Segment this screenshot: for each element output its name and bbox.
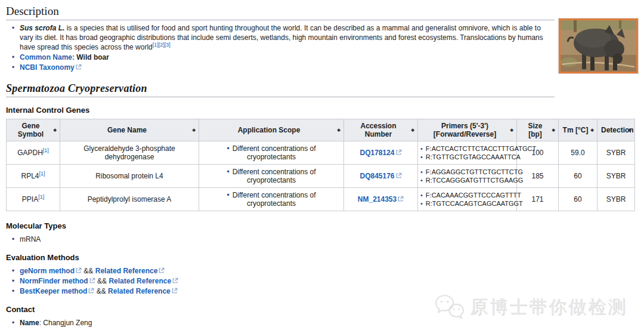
accession-number-cell: NM_214353 [344,188,418,211]
reference-link[interactable]: [1] [43,147,49,153]
related-reference-link[interactable]: Related Reference [95,267,158,275]
gene-symbol-cell: GAPDH[1] [7,141,60,165]
wild-boar-illustration [561,20,636,72]
bullet-icon: • [227,144,229,153]
column-header-size[interactable]: Size [bp]◆ [517,119,559,141]
primers-cell: •F:AGGAGGCTGTTCTGCTTCTG•R:TCCAGGGATGTTTC… [418,165,517,188]
internal-control-genes-table: Gene Symbol◆ Gene Name◆ Application Scop… [6,119,635,211]
sort-icon[interactable]: ◆ [552,128,555,132]
accession-number-cell: DQ845176 [344,165,418,188]
accession-link[interactable]: DQ178124 [360,149,394,157]
sort-icon[interactable]: ◆ [193,128,196,132]
gene-name-cell: Glyceraldehyde 3-phosphate dehydrogenase [60,141,199,165]
normfinder-method-link[interactable]: NormFinder method [20,277,88,285]
column-header-primers[interactable]: Primers (5'-3')[Forward/Reverse]◆ [418,119,517,141]
external-link-icon [398,196,404,202]
column-header-application-scope[interactable]: Application Scope◆ [199,119,344,141]
separator: && [83,267,93,275]
bestkeeper-method-link[interactable]: BestKeeper method [20,287,87,295]
separator: && [97,287,106,295]
column-header-gene-name[interactable]: Gene Name◆ [60,119,199,141]
accession-link[interactable]: NM_214353 [358,195,397,203]
sort-icon[interactable]: ◆ [411,128,414,132]
external-link-icon [396,149,402,155]
table-header-row: Gene Symbol◆ Gene Name◆ Application Scop… [7,119,635,141]
section-heading-spermatozoa-cryopreservation: Spermatozoa Cryopreservation [6,82,555,97]
bullet-icon: • [420,200,423,207]
size-cell: 171 [517,188,559,211]
genorm-method-link[interactable]: geNorm method [20,267,75,275]
column-header-accession-number[interactable]: Accession Number◆ [344,119,418,141]
molecular-types-heading: Molecular Types [6,221,638,230]
sort-icon[interactable]: ◆ [510,128,513,132]
gene-symbol-cell: RPL4[1] [7,165,60,188]
tm-cell: 60 [559,188,597,211]
external-link-icon [396,172,402,178]
external-link-icon [76,267,82,273]
reference-link[interactable]: [1] [38,194,44,200]
bullet-icon: • [227,168,229,176]
ncbi-taxonomy-item: NCBI Taxonomy [12,63,549,72]
tm-cell: 59.0 [559,141,597,165]
description-species-item: Sus scrofa L. is a species that is utili… [12,23,549,52]
molecular-type-item: mRNA [12,235,549,244]
common-name-item: Common Name: Wild boar [12,53,549,62]
bullet-icon: • [420,168,423,175]
description-heading: Description [6,5,555,20]
table-row-ppia: PPIA[1] Peptidylprolyl isomerase A •Diff… [7,188,635,211]
separator: && [97,277,107,285]
application-scope-cell: •Different concentrations of cryoprotect… [199,141,344,165]
primers-cell: •F:CACAAACGGTTCCCAGTTTT•R:TGTCCACAGTCAGC… [418,188,517,211]
internal-control-genes-heading: Internal Control Genes [6,106,638,115]
evaluation-methods-heading: Evaluation Methods [6,253,638,262]
reference-link[interactable]: [1] [39,171,45,177]
external-link-icon [88,288,94,294]
column-header-detection[interactable]: Detection◆ [597,119,635,141]
related-reference-link[interactable]: Related Reference [108,287,171,295]
detection-cell: SYBR [597,141,635,165]
wechat-icon [435,294,465,320]
table-row-gapdh: GAPDH[1] Glyceraldehyde 3-phosphate dehy… [7,141,635,165]
bullet-icon: • [420,145,423,152]
bullet-icon: • [227,191,229,199]
wild-boar-photo[interactable] [559,18,638,73]
sort-icon[interactable]: ◆ [591,128,594,132]
external-link-icon [76,64,82,70]
reference-links[interactable]: [1][2][3] [153,42,171,48]
external-link-icon [159,267,165,273]
name-label: Name [20,319,39,327]
species-name: Sus scrofa L. [20,24,64,32]
bullet-icon: • [420,177,423,184]
related-reference-link[interactable]: Related Reference [109,277,171,285]
wiki-page: Description Sus scrofa L. is a species t… [0,0,644,327]
ncbi-taxonomy-link[interactable]: NCBI Taxonomy [20,63,75,72]
detection-cell: SYBR [597,188,635,211]
accession-link[interactable]: DQ845176 [360,172,394,180]
bullet-icon: • [420,153,423,161]
detection-cell: SYBR [597,165,635,188]
bullet-icon: • [420,192,423,199]
watermark-text: 原博士带你做检测 [470,295,627,319]
column-header-tm[interactable]: Tm [°C]◆ [559,119,597,141]
gene-name-cell: Ribosomal protein L4 [60,165,199,188]
external-link-icon [89,277,95,283]
application-scope-cell: •Different concentrations of cryoprotect… [199,165,344,188]
external-link-icon [172,277,178,283]
table-row-rpl4: RPL4[1] Ribosomal protein L4 •Different … [7,165,635,188]
common-name-link[interactable]: Common Name: [20,53,75,61]
application-scope-cell: •Different concentrations of cryoprotect… [199,188,344,211]
evaluation-method-item: geNorm method && Related Reference [12,266,549,276]
column-header-gene-symbol[interactable]: Gene Symbol◆ [7,119,60,141]
sort-icon[interactable]: ◆ [628,128,631,132]
tm-cell: 60 [559,165,597,188]
gene-symbol-cell: PPIA[1] [7,188,60,211]
sort-icon[interactable]: ◆ [338,128,340,132]
sort-icon[interactable]: ◆ [54,128,57,132]
species-description: is a species that is utilised for food a… [20,24,543,51]
common-name-value: Wild boar [76,53,109,61]
evaluation-method-item: NormFinder method && Related Reference [12,276,549,286]
gene-name-cell: Peptidylprolyl isomerase A [60,188,199,211]
accession-number-cell: DQ178124 [344,141,418,165]
primers-cell: •F:ACTCACTCTTCTACCTTTGATGCT•R:TGTTGCTGTA… [418,141,517,165]
description-list: Sus scrofa L. is a species that is utili… [12,23,638,72]
